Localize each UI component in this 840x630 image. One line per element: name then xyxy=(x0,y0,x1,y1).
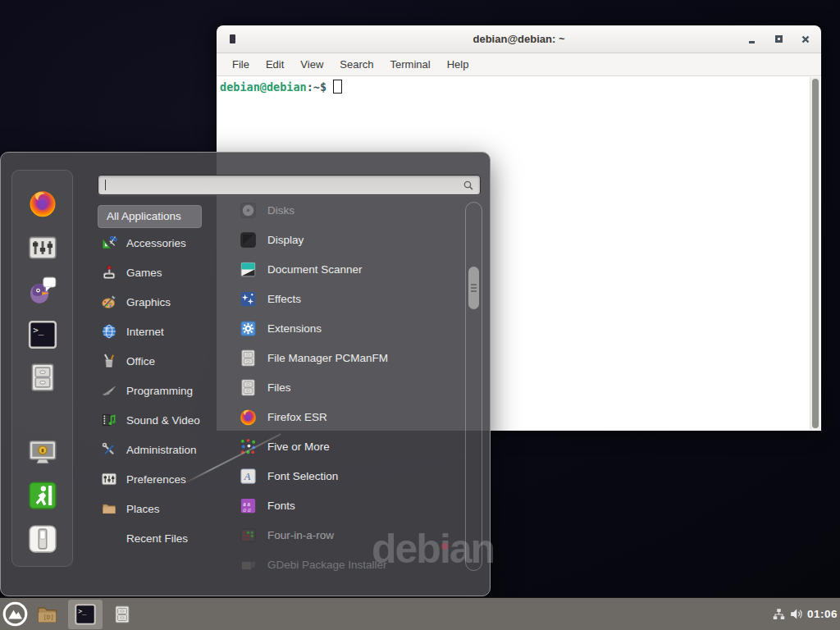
svg-text:A: A xyxy=(244,471,251,482)
shutdown-icon xyxy=(27,523,58,555)
app-label: Fonts xyxy=(267,500,295,512)
desktop: debian@debian: ~ FileEditViewSearchTermi… xyxy=(0,0,840,630)
menu-scrollbar-thumb[interactable] xyxy=(468,267,479,309)
search-field[interactable] xyxy=(98,175,481,195)
app-disks[interactable]: Disks xyxy=(239,195,462,225)
app-five-or-more[interactable]: Five or More xyxy=(239,431,462,461)
favorites-rail: >_ xyxy=(11,170,73,567)
category-places[interactable]: Places xyxy=(101,494,231,523)
file-cabinet-icon xyxy=(27,362,58,393)
app-label: Display xyxy=(267,234,304,246)
menu-logo-icon xyxy=(2,601,28,627)
taskbar: [D] >_ xyxy=(0,597,840,630)
favorite-logout-button[interactable] xyxy=(26,479,59,512)
app-document-scanner[interactable]: Document Scanner xyxy=(239,254,462,284)
category-label: Recent Files xyxy=(126,532,188,545)
category-recent-files[interactable]: Recent Files xyxy=(101,523,231,553)
settings-panel-icon xyxy=(101,471,117,487)
favorite-file-cabinet-button[interactable] xyxy=(26,361,59,394)
category-internet[interactable]: Internet xyxy=(101,317,231,346)
terminal-cursor xyxy=(333,80,342,94)
app-font-selection[interactable]: AFont Selection xyxy=(239,461,462,491)
taskbar-clock[interactable]: 01:06 xyxy=(807,608,838,620)
minimize-button[interactable] xyxy=(746,34,757,45)
terminal-menu-help[interactable]: Help xyxy=(439,58,477,71)
terminal-menu-terminal[interactable]: Terminal xyxy=(382,58,439,71)
close-button[interactable] xyxy=(800,34,811,45)
file-manager-launcher[interactable]: [D] xyxy=(34,604,61,626)
svg-text:>_: >_ xyxy=(33,325,44,336)
app-gdebi-package-installer[interactable]: GDebi Package Installer xyxy=(239,550,462,579)
text-caret xyxy=(105,180,106,190)
games-icon xyxy=(101,264,117,281)
administration-icon xyxy=(101,441,117,458)
maximize-button[interactable] xyxy=(773,34,784,45)
prompt-suffix: :~$ xyxy=(307,80,326,94)
terminal-menu-edit[interactable]: Edit xyxy=(258,58,292,71)
menu-launcher-button[interactable] xyxy=(2,601,28,627)
terminal-titlebar[interactable]: debian@debian: ~ xyxy=(217,25,821,53)
favorite-shutdown-button[interactable] xyxy=(26,523,59,555)
accessories-icon xyxy=(101,235,117,251)
firefox-icon xyxy=(239,408,258,427)
search-input[interactable] xyxy=(98,176,480,194)
terminal-icon: >_ xyxy=(74,603,97,626)
app-file-manager-pcmanfm[interactable]: File Manager PCManFM xyxy=(239,343,462,372)
terminal-window-title: debian@debian: ~ xyxy=(217,33,821,45)
app-label: Four-in-a-row xyxy=(267,529,334,541)
svg-text:[D]: [D] xyxy=(43,614,53,621)
terminal-task-button[interactable]: >_ xyxy=(68,600,103,629)
app-display[interactable]: Display xyxy=(239,225,462,254)
folder-icon: [D] xyxy=(34,604,61,626)
favorite-pidgin-button[interactable] xyxy=(26,274,59,307)
favorite-settings-panel-button[interactable] xyxy=(26,231,59,264)
network-tray-icon[interactable] xyxy=(771,607,787,622)
category-label: Administration xyxy=(126,444,197,456)
category-label: Places xyxy=(126,503,160,515)
app-label: GDebi Package Installer xyxy=(267,559,387,571)
app-label: Disks xyxy=(267,204,294,217)
disks-icon xyxy=(239,201,258,220)
terminal-menu-search[interactable]: Search xyxy=(331,58,381,71)
app-label: Document Scanner xyxy=(267,263,363,276)
category-office[interactable]: Office xyxy=(101,346,231,376)
category-label: Office xyxy=(126,355,155,368)
category-label: Programming xyxy=(126,385,193,397)
app-label: Firefox ESR xyxy=(267,411,327,423)
category-accessories[interactable]: Accessories xyxy=(101,228,231,258)
app-label: Five or More xyxy=(267,441,330,453)
font-selection-icon: A xyxy=(239,467,258,486)
volume-tray-icon[interactable] xyxy=(788,606,804,622)
sound-video-icon xyxy=(101,412,117,428)
favorite-lock-screen-button[interactable] xyxy=(26,436,59,469)
favorite-firefox-button[interactable] xyxy=(26,187,59,220)
app-effects[interactable]: Effects xyxy=(239,284,462,313)
category-preferences[interactable]: Preferences xyxy=(101,464,231,494)
app-files[interactable]: Files xyxy=(239,372,462,402)
terminal-prompt: debian@debian:~$ xyxy=(220,80,342,94)
terminal-menu-view[interactable]: View xyxy=(292,58,331,71)
all-applications-button[interactable]: All Applications xyxy=(98,205,202,228)
favorite-terminal-button[interactable]: >_ xyxy=(26,318,59,351)
app-fonts[interactable]: a aa aFonts xyxy=(239,491,462,520)
terminal-menu-file[interactable]: File xyxy=(224,58,258,71)
category-administration[interactable]: Administration xyxy=(101,435,231,464)
app-four-in-a-row[interactable]: Four-in-a-row xyxy=(239,520,462,550)
files-launcher[interactable] xyxy=(112,603,132,626)
gdebi-icon xyxy=(239,555,258,574)
terminal-icon: >_ xyxy=(27,319,58,350)
svg-text:a a: a a xyxy=(243,505,251,513)
app-firefox-esr[interactable]: Firefox ESR xyxy=(239,402,462,431)
category-games[interactable]: Games xyxy=(101,258,231,287)
category-label: Games xyxy=(126,267,162,279)
svg-text:>_: >_ xyxy=(78,607,86,615)
category-programming[interactable]: Programming xyxy=(101,376,231,405)
category-graphics[interactable]: Graphics xyxy=(101,287,231,317)
app-extensions[interactable]: Extensions xyxy=(239,313,462,343)
terminal-scrollbar-thumb[interactable] xyxy=(812,79,819,428)
category-sound-video[interactable]: Sound & Video xyxy=(101,405,231,435)
logout-icon xyxy=(27,480,58,511)
menu-scrollbar[interactable] xyxy=(465,202,482,571)
window-controls xyxy=(746,25,811,52)
terminal-scrollbar[interactable] xyxy=(810,77,820,430)
